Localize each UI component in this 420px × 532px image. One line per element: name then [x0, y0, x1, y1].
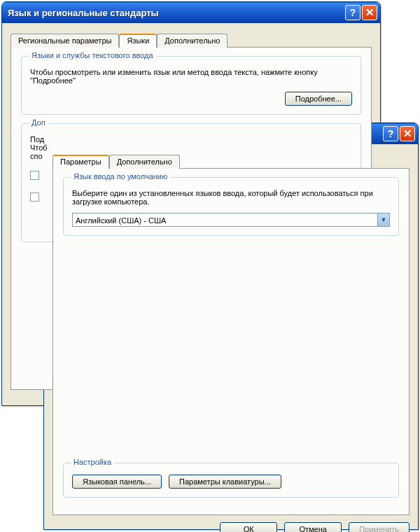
text-services-window: Языки и службы текстового ввода ? ✕ Пара… [43, 122, 419, 530]
close-button[interactable]: ✕ [362, 5, 377, 20]
truncated-line: Под [30, 135, 352, 144]
close-button[interactable]: ✕ [400, 126, 415, 141]
details-button[interactable]: Подробнее... [285, 92, 352, 106]
group-legend-2: Доп [29, 118, 48, 127]
cancel-button[interactable]: Отмена [284, 522, 342, 532]
tab-advanced[interactable]: Дополнительно [109, 155, 180, 169]
truncated-line: Чтоб [30, 144, 352, 152]
group-legend: Языки и службы текстового ввода [29, 51, 156, 59]
group-description: Выберите один из установленных языков вв… [72, 189, 390, 206]
default-input-lang-group: Язык ввода по умолчанию Выберите один из… [63, 177, 399, 236]
window-title: Язык и региональные стандарты [8, 8, 344, 18]
checkbox[interactable] [30, 171, 39, 180]
tab-regional[interactable]: Региональные параметры [10, 34, 119, 48]
tab-parameters[interactable]: Параметры [52, 155, 109, 169]
lang-bar-button[interactable]: Языковая панель... [72, 475, 162, 489]
settings-group: Настройка Языковая панель... Параметры к… [63, 463, 399, 498]
dropdown-value: Английский (США) - США [76, 216, 166, 225]
titlebar[interactable]: Язык и региональные стандарты ? ✕ [2, 2, 380, 23]
ok-button[interactable]: ОК [220, 522, 277, 532]
keyboard-params-button[interactable]: Параметры клавиатуры... [169, 475, 281, 489]
default-language-dropdown[interactable]: Английский (США) - США ▼ [72, 213, 390, 227]
checkbox[interactable] [30, 192, 39, 202]
help-button[interactable]: ? [345, 5, 360, 20]
text-input-group: Языки и службы текстового ввода Чтобы пр… [21, 56, 361, 115]
group-legend: Язык ввода по умолчанию [71, 172, 170, 181]
group-legend: Настройка [71, 458, 114, 466]
help-button[interactable]: ? [383, 126, 398, 141]
apply-button: Применить [349, 522, 410, 532]
group-description: Чтобы просмотреть или изменить язык или … [30, 68, 352, 85]
tab-advanced[interactable]: Дополнительно [157, 34, 227, 48]
tab-languages[interactable]: Языки [119, 34, 157, 48]
chevron-down-icon: ▼ [377, 214, 389, 226]
